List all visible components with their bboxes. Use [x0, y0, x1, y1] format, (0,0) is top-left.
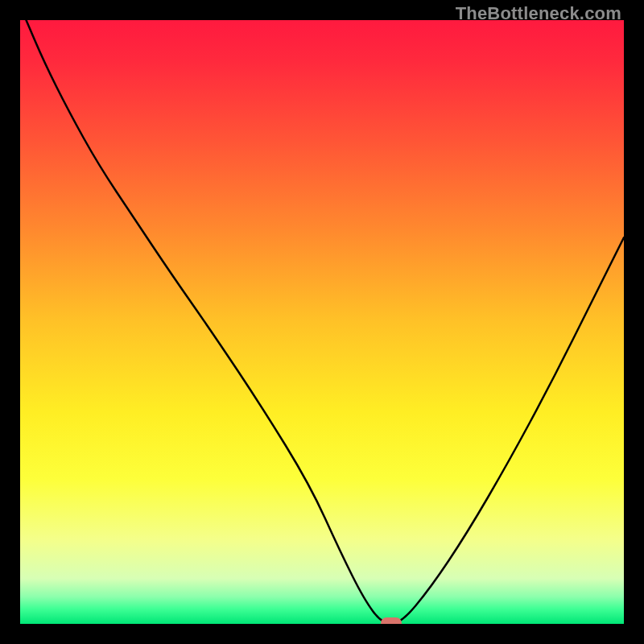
watermark: TheBottleneck.com [456, 3, 621, 24]
bottleneck-curve [20, 20, 624, 624]
minimum-marker [381, 617, 402, 624]
plot-area [20, 20, 624, 624]
chart-frame: TheBottleneck.com [0, 0, 644, 644]
